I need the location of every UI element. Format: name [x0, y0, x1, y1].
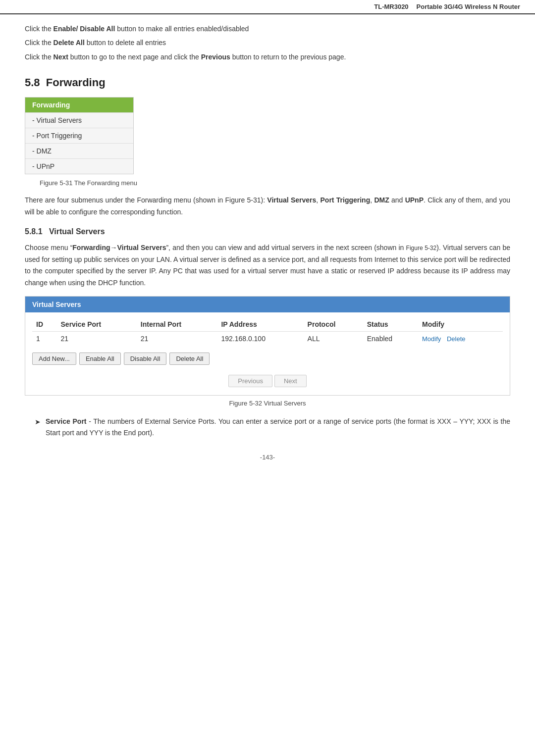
page-footer: -143- [25, 454, 510, 471]
para1-b2: Port Triggering [321, 196, 371, 204]
content-area: Click the Enable/ Disable All button to … [0, 23, 535, 491]
intro-text1: button to make all entries enabled/disab… [115, 25, 249, 33]
page-number: -143- [260, 454, 275, 461]
intro-bold4: Previous [201, 53, 230, 61]
section-heading: 5.8 Forwarding [25, 76, 510, 89]
list-item: ➤ Service Port - The numbers of External… [35, 416, 510, 439]
subsection-title: Virtual Servers [49, 227, 105, 236]
enable-all-button[interactable]: Enable All [79, 353, 121, 365]
intro-text2: button to delete all entries [85, 39, 166, 47]
bullet-arrow-icon: ➤ [35, 416, 46, 428]
para1: There are four submenus under the Forwar… [25, 195, 510, 218]
table-row: 1 21 21 192.168.0.100 ALL Enabled Modify… [32, 331, 503, 346]
intro-line2: Click the Delete All button to delete al… [25, 37, 510, 48]
bullet-term: Service Port [46, 417, 87, 425]
cell-id: 1 [32, 331, 57, 346]
menu-item-virtual-servers[interactable]: - Virtual Servers [25, 113, 133, 128]
menu-item-upnp[interactable]: - UPnP [25, 159, 133, 174]
col-internal-port: Internal Port [137, 317, 217, 332]
vs-table: ID Service Port Internal Port IP Address… [32, 317, 503, 346]
col-ip-address: IP Address [217, 317, 303, 332]
section-number: 5.8 [25, 76, 40, 89]
col-status: Status [363, 317, 418, 332]
menu-item-port-triggering[interactable]: - Port Triggering [25, 128, 133, 144]
vs-buttons: Add New... Enable All Disable All Delete… [32, 353, 503, 365]
delete-all-button[interactable]: Delete All [169, 353, 210, 365]
figure32-caption: Figure 5-32 Virtual Servers [25, 400, 510, 407]
cell-status: Enabled [363, 331, 418, 346]
col-modify: Modify [418, 317, 503, 332]
forwarding-menu: Forwarding - Virtual Servers - Port Trig… [25, 97, 134, 174]
virtual-servers-container: Virtual Servers ID Service Port Internal… [25, 296, 510, 396]
intro-bold3: Next [54, 53, 68, 61]
header-title: Portable 3G/4G Wireless N Router [417, 3, 520, 10]
vs-header: Virtual Servers [25, 297, 510, 312]
para1-b3: DMZ [374, 196, 389, 204]
intro-bold2: Delete All [54, 39, 85, 47]
subsection-number: 5.8.1 [25, 227, 43, 236]
para2: Choose menu “Forwarding→Virtual Servers”… [25, 242, 510, 289]
menu-item-dmz[interactable]: - DMZ [25, 144, 133, 159]
intro-mid3: button to go to the next page and click … [68, 53, 201, 61]
modify-link[interactable]: Modify [422, 335, 441, 343]
para2-bold: Forwarding→Virtual Servers [72, 244, 166, 252]
intro-line1: Click the Enable/ Disable All button to … [25, 23, 510, 34]
disable-all-button[interactable]: Disable All [124, 353, 167, 365]
figure31-caption: Figure 5-31 The Forwarding menu [40, 179, 510, 187]
menu-item-forwarding[interactable]: Forwarding [25, 98, 133, 113]
header-model: TL-MR3020 [374, 3, 408, 10]
next-button[interactable]: Next [274, 375, 307, 387]
cell-modify: Modify Delete [418, 331, 503, 346]
previous-button[interactable]: Previous [228, 375, 272, 387]
para1-b1: Virtual Servers [267, 196, 316, 204]
figure-ref: Figure 5-32 [406, 245, 437, 252]
add-new-button[interactable]: Add New... [32, 353, 76, 365]
vs-body: ID Service Port Internal Port IP Address… [25, 312, 510, 395]
page-header: TL-MR3020 Portable 3G/4G Wireless N Rout… [0, 0, 535, 14]
intro-line3: Click the Next button to go to the next … [25, 51, 510, 62]
intro-end3: button to return to the previous page. [230, 53, 346, 61]
col-protocol: Protocol [304, 317, 363, 332]
section-title: Forwarding [46, 76, 106, 89]
bullet-list: ➤ Service Port - The numbers of External… [35, 416, 510, 439]
subsection-heading: 5.8.1 Virtual Servers [25, 227, 510, 236]
vs-nav: Previous Next [32, 372, 503, 390]
bullet-text: Service Port - The numbers of External S… [46, 416, 510, 439]
page-wrapper: TL-MR3020 Portable 3G/4G Wireless N Rout… [0, 0, 535, 756]
cell-service-port: 21 [57, 331, 137, 346]
cell-internal-port: 21 [137, 331, 217, 346]
col-id: ID [32, 317, 57, 332]
delete-link[interactable]: Delete [447, 335, 466, 343]
intro-bold1: Enable/ Disable All [54, 25, 115, 33]
col-service-port: Service Port [57, 317, 137, 332]
cell-protocol: ALL [304, 331, 363, 346]
para1-b4: UPnP [405, 196, 424, 204]
cell-ip-address: 192.168.0.100 [217, 331, 303, 346]
